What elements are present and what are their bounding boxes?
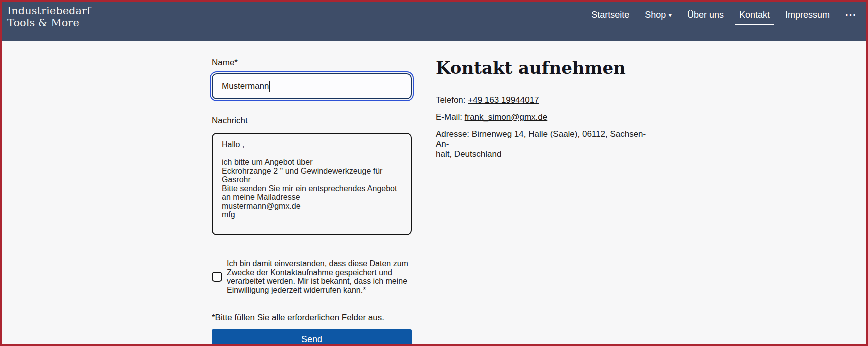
message-textarea[interactable]: Hallo , ich bitte um Angebot über Eckroh…: [212, 133, 412, 235]
email-link[interactable]: frank_simon@gmx.de: [465, 112, 548, 122]
nav-item-shop-label: Shop: [645, 10, 666, 20]
nav-item-kontakt[interactable]: Kontakt: [736, 9, 774, 25]
consent-checkbox[interactable]: [212, 272, 222, 282]
name-input[interactable]: [212, 73, 412, 99]
phone-link[interactable]: +49 163 19944017: [468, 95, 539, 105]
page-title: Kontakt aufnehmen: [436, 57, 656, 79]
name-field-wrap: [212, 73, 412, 99]
brand-line1: Industriebedarf: [8, 5, 91, 17]
nav-overflow-button[interactable]: ···: [846, 9, 857, 20]
contact-info: Kontakt aufnehmen Telefon: +49 163 19944…: [436, 57, 656, 166]
send-button[interactable]: Send: [212, 329, 412, 346]
ellipsis-icon: ···: [846, 9, 857, 20]
contact-form: Name* Nachricht Hallo , ich bitte um Ang…: [212, 58, 412, 346]
message-label: Nachricht: [212, 116, 412, 126]
address-text-2: halt, Deutschland: [436, 149, 656, 159]
name-label: Name*: [212, 58, 412, 68]
required-fields-note: *Bitte füllen Sie alle erforderlichen Fe…: [212, 313, 412, 323]
nav-item-ueber-uns[interactable]: Über uns: [688, 9, 724, 20]
text-cursor: [269, 81, 270, 92]
nav-item-startseite[interactable]: Startseite: [592, 9, 630, 20]
phone-line: Telefon: +49 163 19944017: [436, 95, 656, 105]
nav-item-shop[interactable]: Shop▾: [645, 9, 672, 21]
brand-logo[interactable]: Industriebedarf Tools & More: [2, 2, 91, 29]
phone-label: Telefon:: [436, 95, 468, 105]
page: Industriebedarf Tools & More Startseite …: [0, 0, 868, 346]
main-nav: Startseite Shop▾ Über uns Kontakt Impres…: [592, 2, 866, 25]
email-label: E-Mail:: [436, 112, 465, 122]
chevron-down-icon: ▾: [668, 11, 672, 19]
nav-item-impressum[interactable]: Impressum: [786, 9, 830, 20]
address-label: Adresse:: [436, 129, 472, 139]
brand-line2: Tools & More: [8, 17, 91, 29]
site-header: Industriebedarf Tools & More Startseite …: [2, 2, 866, 41]
address-line: Adresse: Birnenweg 14, Halle (Saale), 06…: [436, 129, 656, 159]
email-line: E-Mail: frank_simon@gmx.de: [436, 112, 656, 122]
consent-text: Ich bin damit einverstanden, dass diese …: [227, 259, 412, 294]
consent-row: Ich bin damit einverstanden, dass diese …: [212, 259, 412, 294]
